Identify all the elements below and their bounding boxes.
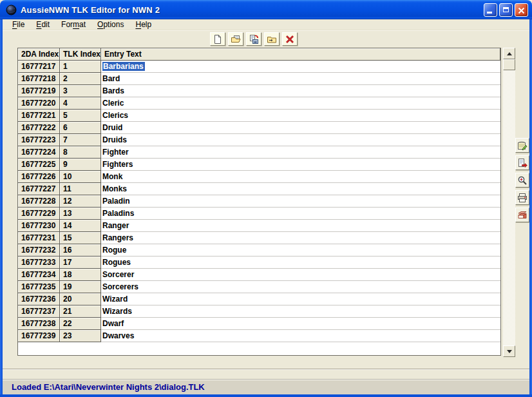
cell-2da-index[interactable]: 16777239: [18, 330, 60, 342]
status-bar: Loaded E:\Atari\Neverwinter Nights 2\dia…: [3, 379, 529, 394]
cell-tlk-index[interactable]: 19: [60, 281, 101, 293]
cell-tlk-index[interactable]: 8: [60, 146, 101, 159]
cell-tlk-index[interactable]: 5: [60, 110, 101, 122]
cell-tlk-index[interactable]: 12: [60, 195, 101, 208]
cell-2da-index[interactable]: 16777237: [18, 305, 60, 318]
cell-entry-text[interactable]: Clerics: [101, 110, 500, 122]
cell-2da-index[interactable]: 16777217: [18, 61, 60, 73]
close-file-button[interactable]: [282, 32, 298, 46]
close-button[interactable]: [515, 3, 528, 17]
cell-2da-index[interactable]: 16777236: [18, 293, 60, 305]
new-file-button[interactable]: [210, 32, 225, 46]
cell-tlk-index[interactable]: 10: [60, 171, 101, 183]
cell-2da-index[interactable]: 16777234: [18, 269, 60, 281]
cell-tlk-index[interactable]: 4: [60, 97, 101, 110]
cell-entry-text[interactable]: Sorcerer: [101, 269, 500, 281]
menu-item-edit[interactable]: Edit: [30, 19, 55, 30]
cell-2da-index[interactable]: 16777238: [18, 318, 60, 330]
save-file-button[interactable]: [246, 32, 261, 46]
print-button[interactable]: [515, 190, 529, 205]
cell-2da-index[interactable]: 16777218: [18, 73, 60, 85]
selected-entry-text[interactable]: Barbarians: [102, 62, 145, 71]
maximize-button[interactable]: [499, 3, 513, 17]
table-row: 1677723317Rogues: [18, 257, 500, 269]
menu-item-options[interactable]: Options: [91, 19, 129, 30]
cell-2da-index[interactable]: 16777229: [18, 208, 60, 220]
menu-item-format[interactable]: Format: [55, 19, 91, 30]
cell-2da-index[interactable]: 16777224: [18, 146, 60, 159]
print-all-button[interactable]: [515, 208, 529, 222]
cell-tlk-index[interactable]: 1: [60, 61, 101, 73]
cell-tlk-index[interactable]: 3: [60, 85, 101, 97]
cell-2da-index[interactable]: 16777225: [18, 159, 60, 171]
cell-entry-text[interactable]: Ranger: [101, 220, 500, 232]
cell-tlk-index[interactable]: 20: [60, 293, 101, 305]
cell-2da-index[interactable]: 16777227: [18, 183, 60, 195]
cell-tlk-index[interactable]: 13: [60, 208, 101, 220]
cell-2da-index[interactable]: 16777226: [18, 171, 60, 183]
cell-tlk-index[interactable]: 23: [60, 330, 101, 342]
column-header-tlk-index[interactable]: TLK Index: [60, 48, 101, 61]
cell-2da-index[interactable]: 16777231: [18, 232, 60, 244]
column-header-entry-text[interactable]: Entry Text: [101, 48, 500, 61]
column-header-2da-index[interactable]: 2DA Index: [18, 48, 60, 61]
cell-2da-index[interactable]: 16777222: [18, 122, 60, 134]
menu-item-help[interactable]: Help: [129, 19, 157, 30]
cell-entry-text[interactable]: Monks: [101, 183, 500, 195]
minimize-button[interactable]: [484, 3, 497, 17]
cell-entry-text[interactable]: Paladins: [101, 208, 500, 220]
cell-tlk-index[interactable]: 15: [60, 232, 101, 244]
cell-entry-text[interactable]: Cleric: [101, 97, 500, 110]
vertical-scrollbar[interactable]: [503, 48, 515, 357]
find-zoom-button[interactable]: [515, 173, 529, 188]
cell-entry-text[interactable]: Bards: [101, 85, 500, 97]
open-file-button[interactable]: [228, 32, 243, 46]
cell-2da-index[interactable]: 16777230: [18, 220, 60, 232]
export-entry-button[interactable]: [515, 155, 529, 170]
cell-entry-text[interactable]: Sorcerers: [101, 281, 500, 293]
cell-2da-index[interactable]: 16777232: [18, 244, 60, 257]
cell-2da-index[interactable]: 16777219: [18, 85, 60, 97]
cell-tlk-index[interactable]: 18: [60, 269, 101, 281]
cell-entry-text[interactable]: Monk: [101, 171, 500, 183]
cell-entry-text[interactable]: Wizards: [101, 305, 500, 318]
cell-entry-text[interactable]: Bard: [101, 73, 500, 85]
cell-entry-text[interactable]: Fighters: [101, 159, 500, 171]
cell-entry-text[interactable]: Paladin: [101, 195, 500, 208]
menu-item-file[interactable]: File: [6, 19, 30, 30]
cell-tlk-index[interactable]: 21: [60, 305, 101, 318]
cell-tlk-index[interactable]: 9: [60, 159, 101, 171]
cell-2da-index[interactable]: 16777233: [18, 257, 60, 269]
cell-tlk-index[interactable]: 2: [60, 73, 101, 85]
cell-tlk-index[interactable]: 16: [60, 244, 101, 257]
panel-divider: [3, 369, 529, 370]
cell-entry-text[interactable]: Druid: [101, 122, 500, 134]
cell-tlk-index[interactable]: 14: [60, 220, 101, 232]
cell-entry-text[interactable]: Rangers: [101, 232, 500, 244]
tlk-table: 2DA IndexTLK IndexEntry Text 167772171Ba…: [17, 48, 501, 356]
cell-2da-index[interactable]: 16777220: [18, 97, 60, 110]
cell-2da-index[interactable]: 16777221: [18, 110, 60, 122]
cell-tlk-index[interactable]: 6: [60, 122, 101, 134]
cell-entry-text[interactable]: Rogues: [101, 257, 500, 269]
cell-2da-index[interactable]: 16777228: [18, 195, 60, 208]
cell-entry-text[interactable]: Barbarians: [101, 61, 500, 73]
title-bar[interactable]: AussieNWN TLK Editor for NWN 2: [0, 0, 532, 19]
cell-tlk-index[interactable]: 22: [60, 318, 101, 330]
cell-2da-index[interactable]: 16777223: [18, 134, 60, 146]
cell-tlk-index[interactable]: 17: [60, 257, 101, 269]
scroll-up-button[interactable]: [503, 48, 515, 59]
cell-entry-text[interactable]: Dwarf: [101, 318, 500, 330]
scroll-down-button[interactable]: [503, 345, 515, 357]
cell-entry-text[interactable]: Dwarves: [101, 330, 500, 342]
cell-entry-text[interactable]: Wizard: [101, 293, 500, 305]
cell-entry-text[interactable]: Rogue: [101, 244, 500, 257]
cell-entry-text[interactable]: Druids: [101, 134, 500, 146]
open-folder-button[interactable]: [264, 32, 280, 46]
edit-entry-button[interactable]: [515, 138, 529, 153]
cell-tlk-index[interactable]: 11: [60, 183, 101, 195]
cell-entry-text[interactable]: Fighter: [101, 146, 500, 159]
scroll-thumb[interactable]: [503, 59, 515, 70]
cell-2da-index[interactable]: 16777235: [18, 281, 60, 293]
cell-tlk-index[interactable]: 7: [60, 134, 101, 146]
